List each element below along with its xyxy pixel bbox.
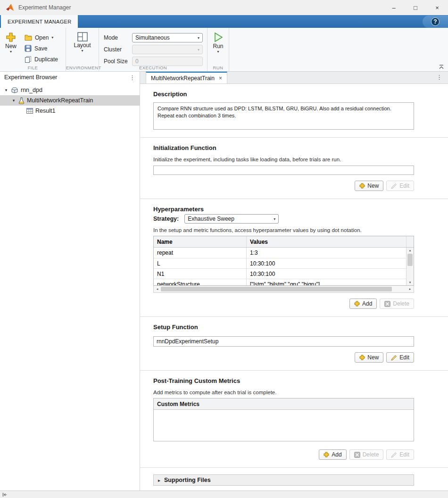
scroll-left-icon[interactable]: ◂ — [154, 286, 161, 292]
initialization-caption: Initialize the experiment, including tas… — [153, 157, 414, 162]
run-dropdown-icon[interactable]: ▾ — [217, 50, 219, 53]
horizontal-scroll-thumb[interactable] — [161, 287, 392, 291]
tree-item-experiment[interactable]: ▾ MultiNetworkRepeatTrain — [0, 95, 140, 106]
custom-metrics-title: Post-Training Custom Metrics — [153, 377, 414, 384]
help-button[interactable]: ? — [431, 17, 440, 26]
browser-menu-icon[interactable]: ⋮ — [129, 75, 135, 81]
custom-metrics-body[interactable] — [154, 410, 414, 441]
run-icon — [214, 32, 223, 42]
scroll-right-icon[interactable]: ▸ — [407, 286, 414, 292]
document-tab-label: MultiNetworkRepeatTrain — [151, 75, 215, 82]
setup-new-button[interactable]: New — [355, 352, 383, 363]
scroll-down-icon[interactable]: ▾ — [407, 281, 414, 284]
description-textarea[interactable]: Compare RNN structure used as DPD: LSTM,… — [153, 102, 414, 130]
init-new-button[interactable]: New — [355, 181, 383, 191]
strategy-dropdown[interactable]: Exhaustive Sweep ▾ — [184, 214, 279, 224]
result-table-icon — [26, 108, 33, 114]
table-vertical-scrollbar[interactable]: ▴ ▾ — [406, 248, 414, 285]
maximize-button[interactable]: □ — [405, 0, 426, 15]
tree-item-result[interactable]: Result1 — [0, 106, 140, 116]
metrics-edit-button[interactable]: Edit — [386, 449, 414, 460]
minimize-button[interactable]: – — [383, 0, 405, 15]
cell-name[interactable]: L — [154, 258, 247, 268]
table-horizontal-scrollbar[interactable]: ◂ ▸ — [153, 286, 414, 293]
new-dropdown-icon[interactable]: ▾ — [10, 50, 12, 53]
open-label: Open — [35, 34, 49, 41]
cell-value[interactable]: 1:3 — [247, 248, 406, 258]
dock-left-icon[interactable] — [2, 492, 8, 497]
project-icon — [11, 87, 18, 93]
strategy-label: Strategy: — [153, 216, 179, 222]
description-section: Description Compare RNN structure used a… — [140, 84, 448, 137]
document-menu-icon[interactable]: ⋮ — [436, 74, 442, 81]
table-row[interactable]: repeat 1:3 — [154, 248, 414, 258]
delete-x-icon — [354, 452, 360, 458]
pool-size-input[interactable]: 0 — [132, 57, 203, 66]
metrics-delete-button[interactable]: Delete — [349, 449, 384, 460]
experiment-tree: ▾ rnn_dpd ▾ MultiNetworkRepeatTrain Resu… — [0, 85, 140, 116]
edit-pencil-icon — [391, 183, 397, 189]
hyper-delete-button[interactable]: Delete — [380, 299, 414, 309]
tab-close-icon[interactable]: × — [219, 75, 222, 81]
add-plus-icon — [354, 301, 360, 307]
tree-item-project[interactable]: ▾ rnn_dpd — [0, 85, 140, 95]
metrics-add-button[interactable]: Add — [319, 449, 346, 460]
initialization-buttons: New Edit — [153, 181, 414, 191]
supporting-files-header[interactable]: ▸ Supporting Files — [153, 474, 414, 486]
setup-function-title: Setup Function — [153, 324, 414, 331]
cell-value[interactable]: ["lstm" "bilstm" "gru" "bigru"] — [247, 279, 406, 286]
hyper-add-button[interactable]: Add — [349, 299, 377, 309]
hyperparameters-table-header: Name Values — [154, 236, 414, 248]
collapse-toolstrip-icon[interactable] — [439, 65, 444, 69]
open-dropdown-icon[interactable]: ▾ — [51, 36, 53, 39]
strategy-caret-icon: ▾ — [274, 217, 275, 221]
init-edit-button[interactable]: Edit — [386, 181, 414, 191]
run-label: Run — [213, 43, 223, 50]
help-area: ? — [423, 16, 448, 28]
cell-name[interactable]: networkStructure — [154, 279, 247, 286]
matlab-logo-icon — [6, 3, 14, 12]
duplicate-button[interactable]: Duplicate — [22, 54, 61, 64]
run-section-label: RUN — [207, 65, 229, 70]
setup-edit-button[interactable]: Edit — [386, 352, 414, 363]
window-title: Experiment Manager — [18, 4, 71, 11]
custom-metrics-buttons: Add Delete Edit — [153, 449, 414, 460]
table-row[interactable]: networkStructure ["lstm" "bilstm" "gru" … — [154, 279, 414, 286]
close-button[interactable]: × — [426, 0, 448, 15]
setup-function-input[interactable]: rnnDpdExperimentSetup — [153, 336, 414, 347]
toolstrip-section-run: Run ▾ RUN — [207, 28, 229, 71]
table-row[interactable]: N1 10:30:100 — [154, 268, 414, 279]
status-bar — [0, 490, 448, 498]
ribbon-tab-experiment-manager[interactable]: EXPERIMENT MANAGER — [1, 15, 78, 28]
hyper-delete-label: Delete — [393, 300, 409, 307]
cell-value[interactable]: 10:30:100 — [247, 269, 406, 279]
metrics-add-label: Add — [332, 451, 341, 458]
toolstrip: New ▾ Open ▾ Save Duplicate — [0, 28, 448, 72]
setup-function-section: Setup Function rnnDpdExperimentSetup New… — [140, 316, 448, 370]
table-row[interactable]: L 10:30:100 — [154, 258, 414, 268]
expand-arrow-icon[interactable]: ▾ — [11, 98, 16, 103]
metrics-delete-label: Delete — [363, 451, 379, 458]
initialization-function-input[interactable] — [153, 166, 414, 175]
custom-metrics-section: Post-Training Custom Metrics Add metrics… — [140, 370, 448, 467]
open-button[interactable]: Open ▾ — [22, 33, 61, 42]
delete-x-icon — [384, 301, 390, 307]
new-label: New — [5, 43, 17, 50]
cell-name[interactable]: repeat — [154, 248, 247, 258]
expand-arrow-icon[interactable]: ▾ — [4, 88, 8, 92]
edit-pencil-icon — [391, 452, 397, 458]
layout-dropdown-icon[interactable]: ▾ — [81, 49, 83, 52]
mode-dropdown[interactable]: Simultaneous ▾ — [132, 33, 203, 42]
cluster-dropdown[interactable]: ▾ — [132, 45, 203, 54]
custom-metrics-table: Custom Metrics — [153, 398, 414, 441]
column-header-name: Name — [154, 236, 247, 247]
layout-label: Layout — [74, 42, 91, 49]
document-tab[interactable]: MultiNetworkRepeatTrain × — [146, 72, 227, 83]
vertical-scroll-thumb[interactable] — [407, 254, 413, 266]
experiment-browser-header: Experiment Browser ⋮ — [0, 72, 140, 83]
save-button[interactable]: Save — [22, 43, 61, 53]
cell-value[interactable]: 10:30:100 — [247, 258, 406, 268]
scroll-up-icon[interactable]: ▴ — [407, 249, 414, 252]
cluster-caret-icon: ▾ — [198, 48, 199, 51]
cell-name[interactable]: N1 — [154, 269, 247, 279]
